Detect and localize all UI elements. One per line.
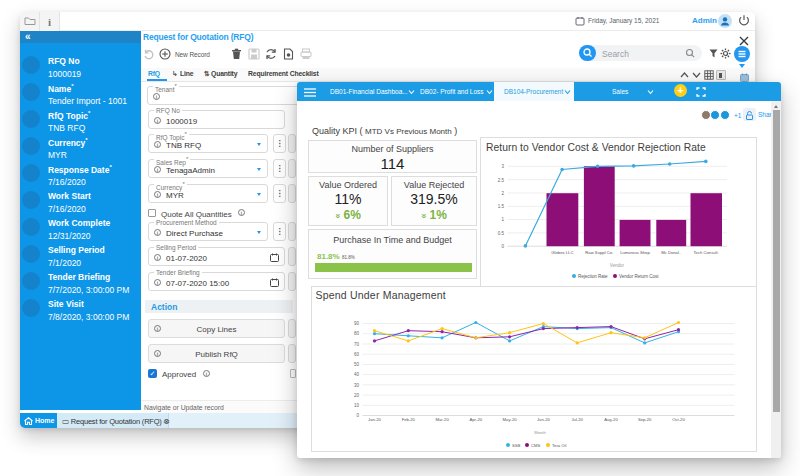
svg-text:Aug-20: Aug-20 <box>604 417 618 422</box>
svg-text:Feb-20: Feb-20 <box>401 417 415 422</box>
svg-text:Apr-20: Apr-20 <box>469 417 482 422</box>
svg-text:0: 0 <box>356 413 359 418</box>
svg-text:20: 20 <box>353 392 359 397</box>
svg-text:2: 2 <box>501 191 504 196</box>
svg-text:30: 30 <box>353 382 359 387</box>
svg-text:Lumorous Shop: Lumorous Shop <box>620 250 650 255</box>
svg-text:SSB: SSB <box>512 443 521 448</box>
svg-text:Jul-20: Jul-20 <box>571 417 583 422</box>
svg-text:CMS: CMS <box>531 443 541 448</box>
svg-text:Tech Consult.: Tech Consult. <box>694 250 719 255</box>
svg-text:Jun-20: Jun-20 <box>536 417 549 422</box>
svg-text:Rejection Rate: Rejection Rate <box>578 274 608 279</box>
svg-text:3: 3 <box>501 164 504 169</box>
svg-text:50: 50 <box>353 362 359 367</box>
svg-text:Mar-20: Mar-20 <box>435 417 449 422</box>
svg-text:Month: Month <box>534 429 546 434</box>
svg-text:0: 0 <box>501 244 504 249</box>
svg-text:Tera Oil: Tera Oil <box>552 443 566 448</box>
svg-text:10: 10 <box>353 403 359 408</box>
svg-text:Sep-20: Sep-20 <box>637 417 651 422</box>
svg-text:May-20: May-20 <box>502 417 517 422</box>
svg-text:1: 1 <box>501 217 504 222</box>
svg-text:70: 70 <box>353 341 359 346</box>
svg-text:80: 80 <box>353 331 359 336</box>
svg-text:2.5: 2.5 <box>498 178 505 183</box>
svg-text:Jan-20: Jan-20 <box>368 417 381 422</box>
svg-text:40: 40 <box>353 372 359 377</box>
svg-text:1.5: 1.5 <box>498 204 505 209</box>
svg-text:Globex LLC: Globex LLC <box>551 250 573 255</box>
svg-text:90: 90 <box>353 321 359 326</box>
svg-text:60: 60 <box>353 351 359 356</box>
svg-text:Oct-20: Oct-20 <box>672 417 685 422</box>
svg-text:Raw Suppl Co.: Raw Suppl Co. <box>585 250 613 255</box>
svg-text:Vendor: Vendor <box>610 263 625 268</box>
svg-text:0.5: 0.5 <box>498 231 505 236</box>
svg-text:Mc Donal..: Mc Donal.. <box>661 250 681 255</box>
svg-text:Vendor Return Cost: Vendor Return Cost <box>619 274 659 279</box>
